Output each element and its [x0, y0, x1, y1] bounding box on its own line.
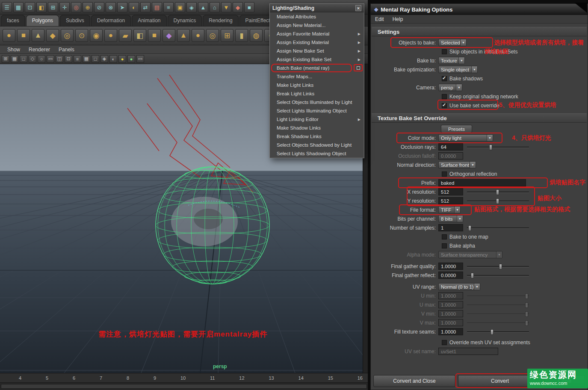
orthogonal-reflection-checkbox[interactable]: [442, 171, 447, 177]
number-of-samples-input[interactable]: 1: [438, 224, 463, 231]
bake-optimization-dropdown[interactable]: Single object ▼: [438, 66, 478, 73]
statusline-icon[interactable]: ✛: [59, 2, 70, 12]
fill-texture-seams-input[interactable]: 1.0000: [438, 328, 463, 335]
file-format-dropdown[interactable]: TIFF ▼: [438, 206, 461, 213]
tab-polygons[interactable]: Polygons: [26, 15, 59, 26]
statusline-icon[interactable]: ◈: [186, 2, 197, 12]
statusline-icon[interactable]: ▤: [152, 2, 162, 12]
viewport-toolbar-icon[interactable]: ▭: [136, 55, 144, 63]
shelf-primitive-icon[interactable]: ◆: [46, 29, 59, 42]
statusline-icon[interactable]: ⌂: [210, 2, 220, 12]
panel-menu-panels[interactable]: Panels: [55, 46, 78, 53]
statusline-icon[interactable]: ≡: [163, 2, 174, 12]
menu-item-select-lights-illuminating[interactable]: Select Lights Illuminating Object: [270, 106, 364, 115]
number-of-samples-slider[interactable]: [467, 224, 529, 232]
keep-original-checkbox[interactable]: [442, 94, 447, 99]
convert-and-close-button[interactable]: Convert and Close: [373, 375, 455, 387]
statusline-icon[interactable]: ▣: [175, 2, 185, 12]
tab-animation[interactable]: Animation: [132, 15, 166, 26]
statusline-icon[interactable]: ☰: [2, 2, 12, 12]
viewport-toolbar-icon[interactable]: ⊞: [2, 55, 9, 63]
bits-per-channel-dropdown[interactable]: 8 bits ▼: [438, 215, 463, 222]
normal-direction-dropdown[interactable]: Surface front ▼: [438, 161, 476, 168]
shelf-primitive-icon[interactable]: ●: [192, 29, 204, 42]
menu-item-assign-existing-bake-set[interactable]: Assign Existing Bake Set▶: [270, 55, 364, 64]
viewport-toolbar-icon[interactable]: ●: [127, 55, 135, 63]
viewport-toolbar-icon[interactable]: ≡: [74, 55, 81, 63]
time-slider[interactable]: 45678910111213141516: [0, 373, 368, 390]
section-settings[interactable]: Settings: [372, 27, 587, 36]
presets-button[interactable]: Presets: [441, 125, 472, 133]
statusline-icon[interactable]: ◐: [129, 2, 139, 12]
use-bake-set-override-checkbox[interactable]: ✓: [442, 103, 447, 108]
menu-item-make-light-links[interactable]: Make Light Links: [270, 81, 364, 89]
range-slider[interactable]: [1, 384, 367, 389]
viewport-toolbar-icon[interactable]: ◈: [100, 55, 108, 63]
viewport-toolbar-icon[interactable]: ◫: [56, 55, 63, 63]
viewport-toolbar-icon[interactable]: ⊡: [65, 55, 72, 63]
statusline-icon[interactable]: ◎: [71, 2, 81, 12]
statusline-icon[interactable]: ➤: [117, 2, 127, 12]
bake-alpha-checkbox[interactable]: [442, 243, 447, 248]
tab-rendering[interactable]: Rendering: [203, 15, 238, 26]
menu-item-break-shadow-links[interactable]: Break Shadow Links: [270, 132, 364, 141]
menu-item-light-linking-editor[interactable]: Light Linking Editor▶: [270, 115, 364, 124]
statusline-icon[interactable]: ⊕: [83, 2, 93, 12]
viewport-toolbar-icon[interactable]: ○: [38, 55, 45, 63]
close-icon[interactable]: ×: [355, 5, 361, 11]
shelf-primitive-icon[interactable]: ◉: [90, 29, 103, 42]
shelf-primitive-icon[interactable]: ▲: [32, 29, 44, 42]
menu-item-assign-existing-material[interactable]: Assign Existing Material▶: [270, 38, 364, 47]
statusline-icon[interactable]: ◆: [233, 2, 243, 12]
option-box-icon[interactable]: [357, 66, 360, 70]
viewport-toolbar-icon[interactable]: ◐: [109, 55, 117, 63]
statusline-icon[interactable]: ⊗: [106, 2, 116, 12]
viewport-toolbar-icon[interactable]: □: [92, 55, 99, 63]
camera-dropdown[interactable]: persp ▼: [438, 84, 462, 91]
shelf-primitive-icon[interactable]: ⊞: [221, 29, 233, 42]
tab-subdivs[interactable]: Subdivs: [60, 15, 90, 26]
tab-surfaces[interactable]: faces: [1, 15, 25, 26]
shelf-primitive-icon[interactable]: ■: [17, 29, 30, 42]
viewport-toolbar-icon[interactable]: ▦: [11, 55, 18, 63]
skip-objects-checkbox[interactable]: [442, 49, 447, 54]
shelf-primitive-icon[interactable]: ◍: [250, 29, 263, 42]
statusline-icon[interactable]: ▼: [221, 2, 231, 12]
menu-item-assign-new-material[interactable]: Assign New Material...: [270, 21, 364, 30]
y-resolution-input[interactable]: 512: [438, 197, 463, 204]
menu-edit[interactable]: Edit: [371, 16, 388, 22]
bake-to-one-map-checkbox[interactable]: [442, 234, 447, 239]
viewport-toolbar-icon[interactable]: ●: [118, 55, 126, 63]
viewport-toolbar-icon[interactable]: □: [20, 55, 27, 63]
final-gather-reflect-slider[interactable]: [467, 272, 529, 279]
occlusion-rays-slider[interactable]: [467, 143, 529, 151]
section-texture-bake-set-override[interactable]: Texture Bake Set Override: [372, 113, 587, 123]
color-mode-dropdown[interactable]: Only light ▼: [438, 134, 493, 142]
override-mesh-uv-checkbox[interactable]: [442, 340, 447, 345]
shelf-primitive-icon[interactable]: ▲: [177, 29, 190, 42]
final-gather-reflect-input[interactable]: 0.0000: [438, 272, 463, 279]
shelf-primitive-icon[interactable]: ■: [148, 29, 161, 42]
menu-item-material-attributes[interactable]: Material Attributes: [270, 12, 364, 21]
final-gather-quality-input[interactable]: 1.0000: [438, 263, 463, 270]
shelf-primitive-icon[interactable]: ●: [104, 29, 117, 42]
statusline-icon[interactable]: ⊞: [48, 2, 58, 12]
viewport-toolbar-icon[interactable]: ▭: [47, 55, 54, 63]
x-resolution-slider[interactable]: [467, 188, 529, 196]
objects-to-bake-dropdown[interactable]: Selected ▼: [438, 39, 467, 46]
y-resolution-slider[interactable]: [467, 197, 529, 205]
bake-shadows-checkbox[interactable]: ✓: [442, 76, 447, 81]
panel-menu-show[interactable]: Show: [3, 46, 24, 53]
shelf-primitive-icon[interactable]: ●: [3, 29, 15, 42]
statusline-icon[interactable]: ⇄: [140, 2, 151, 12]
bake-to-dropdown[interactable]: Texture ▼: [438, 57, 465, 64]
dialog-titlebar[interactable]: ◆ Mental Ray Baking Options: [371, 4, 588, 15]
viewport-toolbar-icon[interactable]: ▦: [83, 55, 90, 63]
time-slider-ticks[interactable]: 45678910111213141516: [0, 373, 368, 383]
final-gather-quality-slider[interactable]: [467, 263, 529, 270]
prefix-input[interactable]: baked: [438, 179, 526, 186]
shelf-primitive-icon[interactable]: ▰: [119, 29, 132, 42]
menu-item-select-lights-shadowing[interactable]: Select Lights Shadowing Object: [270, 149, 364, 158]
statusline-icon[interactable]: ⊡: [25, 2, 35, 12]
statusline-icon[interactable]: ▦: [13, 2, 24, 12]
